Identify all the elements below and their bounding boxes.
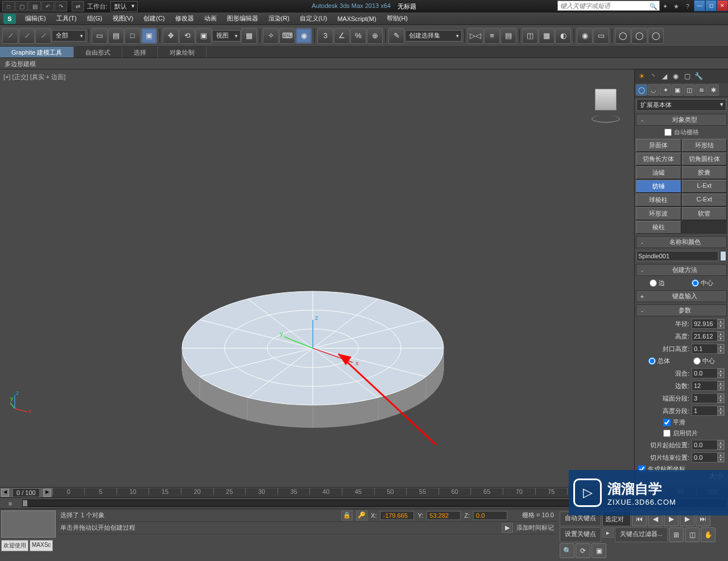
menu-grapheditors[interactable]: 图形编辑器 bbox=[222, 13, 263, 24]
menu-modifiers[interactable]: 修改器 bbox=[171, 13, 198, 24]
key-icon[interactable]: 🔑 bbox=[356, 510, 367, 521]
snap-toggle-icon[interactable]: ◉ bbox=[296, 28, 312, 44]
manip-icon[interactable]: ✧ bbox=[263, 28, 279, 44]
app-menu-icon[interactable]: S bbox=[3, 14, 16, 24]
cap-input[interactable] bbox=[692, 344, 717, 353]
viewport[interactable]: [+] [正交] [真实 + 边面] bbox=[0, 69, 634, 487]
type-spindle[interactable]: 纺锤 bbox=[636, 180, 681, 193]
percent-snap-icon[interactable]: % bbox=[350, 28, 366, 44]
sides-input[interactable] bbox=[692, 381, 717, 390]
window-select-icon[interactable]: ▣ bbox=[141, 28, 157, 44]
type-torusknot[interactable]: 环形结 bbox=[682, 139, 727, 152]
layers-icon[interactable]: ▤ bbox=[500, 28, 516, 44]
rollout-objtype[interactable]: -对象类型 bbox=[636, 114, 727, 126]
capsegs-spinner[interactable]: ▲▼ bbox=[717, 394, 724, 403]
help-icon[interactable]: ? bbox=[682, 1, 693, 11]
type-chamfercyl[interactable]: 切角圆柱体 bbox=[682, 152, 727, 166]
search-input[interactable] bbox=[557, 1, 660, 11]
height-spinner[interactable]: ▲▼ bbox=[717, 332, 724, 341]
blend-spinner[interactable]: ▲▼ bbox=[717, 369, 724, 378]
viewport-label[interactable]: [+] [正交] [真实 + 边面] bbox=[3, 73, 65, 81]
menu-views[interactable]: 视图(V) bbox=[108, 13, 138, 24]
type-gengon[interactable]: 球棱柱 bbox=[636, 193, 681, 207]
type-ringwave[interactable]: 环形波 bbox=[636, 207, 681, 220]
orbit-icon[interactable]: ⟳ bbox=[576, 543, 590, 558]
mirror-icon[interactable]: ▷◁ bbox=[468, 28, 483, 44]
type-capsule[interactable]: 胶囊 bbox=[682, 166, 727, 179]
link-icon[interactable]: ⇄ bbox=[72, 1, 84, 11]
teapot1-icon[interactable]: ◯ bbox=[615, 28, 631, 44]
monitor-icon[interactable]: ▢ bbox=[682, 71, 692, 81]
sun-icon[interactable]: ☀ bbox=[636, 71, 647, 81]
menu-help[interactable]: 帮助(H) bbox=[382, 13, 412, 24]
menu-maxscript[interactable]: MAXScript(M) bbox=[333, 14, 380, 24]
helpers-tab-icon[interactable]: ◫ bbox=[684, 84, 695, 96]
menu-customize[interactable]: 自定义(U) bbox=[295, 13, 332, 24]
render-thumb[interactable] bbox=[1, 510, 56, 538]
pan-icon[interactable]: ✋ bbox=[701, 527, 715, 542]
select-tool-icon[interactable]: ▭ bbox=[92, 28, 107, 44]
rollout-method[interactable]: -创建方法 bbox=[636, 264, 727, 276]
type-oiltank[interactable]: 油罐 bbox=[636, 166, 681, 179]
teapot3-icon[interactable]: ◯ bbox=[648, 28, 664, 44]
type-prism[interactable]: 棱柱 bbox=[636, 221, 681, 234]
capsegs-input[interactable] bbox=[692, 394, 717, 403]
schematic-icon[interactable]: ▦ bbox=[539, 28, 555, 44]
z-input[interactable] bbox=[473, 511, 507, 520]
object-name-input[interactable] bbox=[636, 251, 718, 261]
save-icon[interactable]: ▤ bbox=[28, 1, 41, 11]
lights-tab-icon[interactable]: ✦ bbox=[660, 84, 671, 96]
systems-tab-icon[interactable]: ✱ bbox=[708, 84, 719, 96]
hsegs-spinner[interactable]: ▲▼ bbox=[717, 406, 724, 415]
align-icon[interactable]: ≡ bbox=[484, 28, 500, 44]
nav2-icon[interactable]: ◫ bbox=[685, 527, 700, 542]
shapes-tab-icon[interactable]: ◡ bbox=[648, 84, 659, 96]
help-search[interactable] bbox=[557, 1, 660, 11]
y-input[interactable] bbox=[427, 511, 461, 520]
workspace-dropdown[interactable]: 默认 bbox=[110, 1, 138, 12]
track-config-icon[interactable]: ≡ bbox=[0, 498, 20, 509]
search-go-icon[interactable]: 🔍 bbox=[648, 1, 659, 11]
menu-edit[interactable]: 编辑(E) bbox=[20, 13, 51, 24]
undo-icon[interactable]: ↶ bbox=[42, 1, 54, 11]
pivot-icon[interactable]: ▦ bbox=[241, 28, 257, 44]
zoom-icon[interactable]: 🔍 bbox=[560, 543, 574, 558]
scale-tool-icon[interactable]: ▣ bbox=[196, 28, 212, 44]
addtime-label[interactable]: 添加时间标记 bbox=[516, 523, 554, 532]
ribbon-paint[interactable]: 对象绘制 bbox=[158, 47, 206, 57]
viewcube[interactable] bbox=[589, 85, 623, 119]
slice-from-input[interactable] bbox=[692, 440, 717, 449]
type-hose[interactable]: 软管 bbox=[682, 207, 727, 220]
key-mode-icon[interactable]: ▸ bbox=[602, 527, 614, 538]
cap-spinner[interactable]: ▲▼ bbox=[717, 344, 724, 353]
type-lext[interactable]: L-Ext bbox=[682, 180, 727, 193]
rollout-name[interactable]: -名称和颜色 bbox=[636, 236, 727, 248]
sphere-icon[interactable]: ◉ bbox=[671, 71, 681, 81]
slice-to-input[interactable] bbox=[692, 453, 717, 462]
menu-animation[interactable]: 动画 bbox=[200, 13, 221, 24]
method-center[interactable]: 中心 bbox=[692, 279, 713, 287]
slice-to-spinner[interactable]: ▲▼ bbox=[717, 453, 724, 462]
move-tool-icon[interactable]: ✥ bbox=[163, 28, 179, 44]
ribbon-freeform[interactable]: 自由形式 bbox=[74, 47, 122, 57]
menu-tools[interactable]: 工具(T) bbox=[52, 13, 81, 24]
spinner-snap-icon[interactable]: ⊕ bbox=[367, 28, 383, 44]
minimize-button[interactable]: — bbox=[694, 0, 705, 11]
selection-filter[interactable]: 全部 bbox=[52, 30, 86, 42]
angle-snap-icon[interactable]: ∠ bbox=[334, 28, 350, 44]
tl-next[interactable]: ▶ bbox=[43, 489, 51, 497]
new-icon[interactable]: □ bbox=[2, 1, 15, 11]
redo-icon[interactable]: ↷ bbox=[55, 1, 67, 11]
menu-group[interactable]: 组(G) bbox=[82, 13, 107, 24]
height-input[interactable] bbox=[692, 332, 717, 341]
tool1-icon[interactable]: ✦ bbox=[660, 1, 670, 11]
open-icon[interactable]: ▢ bbox=[15, 1, 28, 11]
unlink-tool-icon[interactable]: ⟋ bbox=[19, 28, 35, 44]
maxview-icon[interactable]: ▣ bbox=[592, 543, 606, 558]
slice-check[interactable]: 启用切片 bbox=[635, 428, 728, 439]
render-frame-icon[interactable]: ▭ bbox=[593, 28, 609, 44]
rotate-tool-icon[interactable]: ⟲ bbox=[179, 28, 195, 44]
blend-input[interactable] bbox=[692, 369, 717, 378]
tag-icon[interactable]: ▶ bbox=[502, 523, 513, 533]
type-hedra[interactable]: 异面体 bbox=[636, 139, 681, 152]
